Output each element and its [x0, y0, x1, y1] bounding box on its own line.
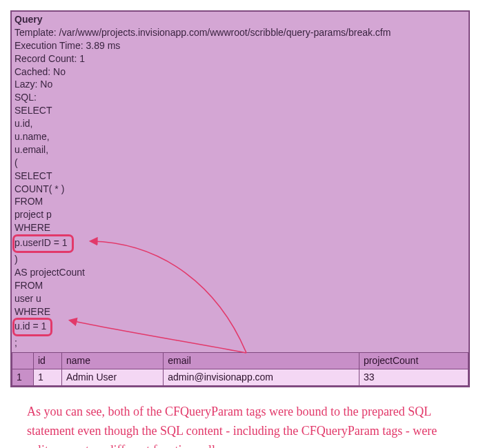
record-count-row: Record Count: 1 — [14, 52, 466, 65]
sql-line: FROM — [14, 195, 466, 208]
sql-line: WHERE — [14, 221, 466, 234]
template-label: Template: — [14, 27, 57, 38]
table-cell-projectcount: 33 — [359, 369, 468, 386]
template-row: Template: /var/www/projects.invisionapp.… — [14, 26, 466, 39]
sql-label: SQL: — [14, 91, 466, 104]
sql-line: project p — [14, 208, 466, 221]
table-header-name: name — [61, 353, 163, 369]
annotation-note: As you can see, both of the CFQueryParam… — [27, 403, 455, 448]
sql-line: u.name, — [14, 130, 466, 143]
exec-value: 3.89 ms — [86, 40, 121, 51]
lazy-value: No — [40, 79, 52, 90]
table-cell-id: 1 — [34, 369, 62, 386]
highlight-uid: u.id = 1 — [12, 318, 52, 336]
table-header-blank — [12, 353, 34, 369]
template-value: /var/www/projects.invisionapp.com/wwwroo… — [59, 27, 391, 38]
cached-value: No — [53, 66, 66, 77]
table-header-id: id — [34, 353, 62, 369]
result-table: id name email projectCount 1 1 Admin Use… — [12, 352, 469, 386]
table-header-projectcount: projectCount — [359, 353, 468, 369]
highlight-puserid: p.userID = 1 — [12, 234, 74, 253]
sql-line: AS projectCount — [14, 266, 466, 279]
table-row: 1 1 Admin User admin@invisionapp.com 33 — [12, 369, 469, 386]
table-row-number: 1 — [12, 369, 34, 386]
record-label: Record Count: — [14, 53, 77, 64]
sql-line: ( — [14, 156, 466, 170]
sql-line: COUNT( * ) — [14, 183, 466, 196]
sql-line: FROM — [14, 279, 466, 292]
table-header-row: id name email projectCount — [12, 353, 469, 369]
exec-time-row: Execution Time: 3.89 ms — [14, 39, 466, 52]
sql-line: ; — [14, 336, 466, 349]
sql-line-highlight: u.id = 1 — [14, 318, 466, 336]
sql-line: ) — [14, 253, 466, 266]
lazy-label: Lazy: — [14, 79, 37, 90]
table-cell-name: Admin User — [61, 369, 163, 386]
exec-label: Execution Time: — [14, 40, 83, 51]
sql-line: WHERE — [14, 305, 466, 318]
table-cell-email: admin@invisionapp.com — [164, 369, 359, 386]
panel-body: Query Template: /var/www/projects.invisi… — [12, 12, 469, 349]
table-header-email: email — [164, 353, 359, 369]
sql-block: SELECT u.id, u.name, u.email, ( SELECT C… — [14, 104, 466, 349]
sql-line: user u — [14, 292, 466, 305]
lazy-row: Lazy: No — [14, 78, 466, 91]
sql-line: u.email, — [14, 143, 466, 156]
sql-line: SELECT — [14, 104, 466, 117]
record-value: 1 — [79, 53, 85, 64]
sql-line: SELECT — [14, 170, 466, 183]
cached-label: Cached: — [14, 66, 50, 77]
panel-title: Query — [14, 13, 466, 26]
sql-line: u.id, — [14, 117, 466, 130]
sql-line-highlight: p.userID = 1 — [14, 234, 466, 253]
query-debug-panel: Query Template: /var/www/projects.invisi… — [10, 10, 470, 387]
cached-row: Cached: No — [14, 65, 466, 79]
